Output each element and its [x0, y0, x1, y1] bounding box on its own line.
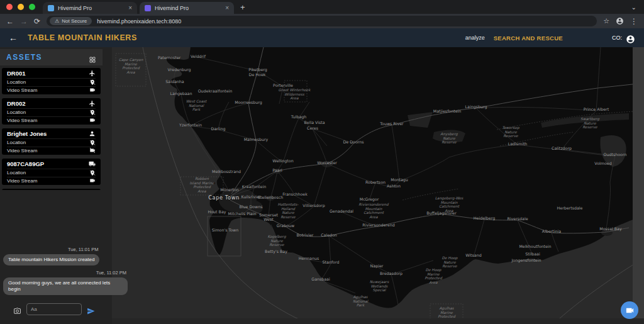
map-label: Velddrif — [191, 54, 206, 59]
map-right-panel-strip — [633, 47, 644, 324]
map-label: Montagu — [391, 177, 408, 182]
maximize-window-button[interactable] — [29, 4, 35, 10]
asset-name-row: Brighet Jones — [7, 129, 96, 138]
map-label: AnysbergNatureReserve — [440, 132, 458, 144]
asset-video-label: Video Stream — [7, 178, 37, 184]
map-label: Riversdale — [507, 216, 528, 221]
user-prefix-label: CO: — [612, 35, 622, 41]
map-label: Worcester — [317, 160, 337, 165]
browser-back-button[interactable]: ← — [6, 18, 14, 25]
map-label: Heidelberg — [474, 216, 495, 221]
chat-message-input[interactable] — [26, 303, 82, 315]
map-label: Oudtshoorn — [604, 152, 627, 157]
analyze-link[interactable]: analyze — [465, 35, 485, 41]
tab-title: Hivemind Pro — [58, 5, 125, 11]
tab-favicon — [145, 5, 151, 11]
asset-video-label: Video Stream — [7, 87, 37, 93]
app-back-button[interactable]: ← — [9, 33, 18, 43]
map-label: Ashton — [387, 184, 401, 188]
address-bar[interactable]: ⚠ Not Secure hivemind.phoenixaiden.tech:… — [47, 16, 597, 26]
new-tab-button[interactable]: + — [240, 3, 245, 12]
map-label: Gansbaai — [311, 277, 330, 281]
mode-label[interactable]: SEARCH AND RESCUE — [494, 35, 563, 42]
asset-video-row[interactable]: Video Stream — [7, 147, 96, 155]
asset-card[interactable]: Brighet JonesLocationVideo Stream — [2, 128, 101, 155]
camera-button[interactable] — [13, 305, 21, 313]
security-chip[interactable]: ⚠ Not Secure — [50, 17, 92, 25]
chevron-down-icon[interactable]: ⌄ — [631, 4, 636, 11]
map-label: Kraaifontein — [242, 184, 266, 189]
browser-menu-icon[interactable]: ⋮ — [630, 18, 638, 25]
map-label: Stanford — [323, 260, 340, 264]
asset-video-row[interactable]: Video Stream — [7, 86, 96, 94]
map-label: Oudekraalfontein — [198, 89, 233, 93]
map-label: Moorreesburg — [235, 100, 262, 105]
asset-location-row[interactable]: Location — [7, 138, 96, 147]
map-label: Stellenbosch — [258, 195, 283, 199]
map-label: Blue Downs — [239, 204, 262, 209]
map-label: Napier — [370, 264, 384, 269]
minimize-window-button[interactable] — [18, 4, 24, 10]
map-label: McGregor — [360, 197, 379, 202]
account-icon[interactable] — [626, 33, 635, 43]
asset-card[interactable]: 9087CA89GPLocationVideo Stream — [2, 159, 101, 185]
browser-tab-bar: Hivemind Pro × Hivemind Pro × + ⌄ — [0, 0, 644, 14]
map-label: Wellington — [272, 159, 293, 164]
profile-avatar-icon[interactable] — [616, 17, 624, 25]
asset-name-row: 9087CA89GP — [7, 159, 96, 169]
browser-actions: ☆ ⋮ — [603, 17, 638, 25]
location-off-icon — [89, 170, 96, 176]
browser-forward-button[interactable]: → — [20, 18, 28, 25]
map-label: Darling — [211, 126, 226, 131]
map-area[interactable]: Cape TownVelddrifPaternosterVredenburgSa… — [112, 47, 644, 324]
map-label: Milnerton — [220, 187, 239, 192]
map-label: Robertson — [365, 180, 386, 184]
bookmark-star-icon[interactable]: ☆ — [603, 18, 609, 25]
message-timestamp: Tue, 11:01 PM — [68, 247, 99, 252]
asset-location-row[interactable]: Location — [7, 169, 96, 177]
map-label: Volmoed — [594, 161, 611, 165]
main-content: ASSETS DR001LocationVideo StreamDR002Loc… — [0, 47, 644, 324]
flight-icon — [89, 70, 96, 77]
security-label: Not Secure — [62, 18, 87, 24]
map-label: Witsand — [465, 253, 481, 257]
map-label: De Doorns — [343, 140, 364, 144]
grid-view-button[interactable] — [89, 53, 96, 61]
map-label: Paternoster — [158, 55, 181, 60]
send-button[interactable] — [87, 305, 95, 313]
tab-title: Hivemind Pro — [155, 5, 221, 11]
asset-card[interactable]: DR001LocationVideo Stream — [2, 68, 101, 94]
send-icon — [87, 307, 95, 315]
asset-name: DR001 — [7, 70, 26, 77]
video-call-fab[interactable] — [621, 301, 638, 319]
asset-location-row[interactable]: Location — [7, 78, 96, 86]
tab-close-icon[interactable]: × — [225, 4, 229, 11]
map-label: Matjiesfontein — [433, 109, 462, 114]
asset-location-row[interactable]: Location — [7, 108, 96, 116]
map-canvas[interactable]: Cape TownVelddrifPaternosterVredenburgSa… — [112, 47, 644, 324]
browser-reload-button[interactable]: ⟳ — [34, 18, 40, 25]
map-label: Melkbosstrand — [212, 169, 241, 174]
map-label: Bella Vista — [304, 120, 325, 125]
browser-navbar: ← → ⟳ ⚠ Not Secure hivemind.phoenixaiden… — [0, 14, 644, 28]
videocam-icon — [89, 87, 96, 93]
assets-sidebar: ASSETS DR001LocationVideo StreamDR002Loc… — [0, 47, 112, 324]
tab-close-icon[interactable]: × — [128, 4, 132, 11]
asset-video-row[interactable]: Video Stream — [7, 116, 96, 125]
message-bubble: Table mountain Hikers Mission created — [3, 254, 99, 265]
window-controls — [0, 4, 43, 10]
asset-video-label: Video Stream — [7, 148, 37, 154]
close-window-button[interactable] — [6, 4, 13, 10]
asset-video-row[interactable]: Video Stream — [7, 177, 96, 185]
map-label: Calitzdorp — [552, 146, 572, 151]
map-label: Caledon — [321, 233, 337, 237]
map-label: Grabouw — [277, 223, 294, 228]
browser-tab-1[interactable]: Hivemind Pro × — [43, 2, 137, 14]
map-label: Vredenburg — [168, 67, 191, 72]
map-label: Prince Albert — [584, 107, 609, 111]
camera-icon — [13, 307, 21, 315]
asset-card[interactable]: DR002LocationVideo Stream — [2, 98, 101, 125]
browser-tab-2[interactable]: Hivemind Pro × — [140, 2, 234, 14]
account-icon — [616, 17, 624, 25]
asset-card[interactable]: James ChikwanwaLocationVideo Stream — [2, 189, 101, 190]
